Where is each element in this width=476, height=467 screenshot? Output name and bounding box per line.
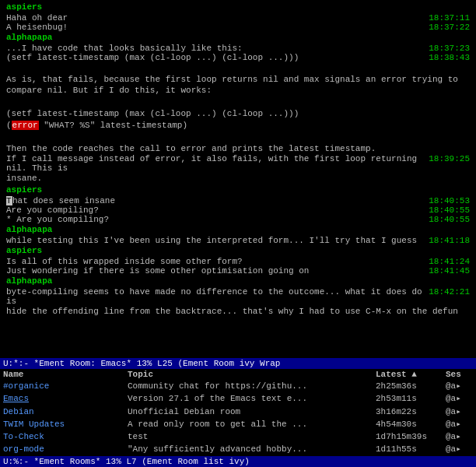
message-text: Just wondering if there is some other op…: [6, 266, 425, 276]
blank-line: [6, 97, 470, 108]
timestamp: 18:42:21: [429, 287, 470, 297]
room-ses: @a▸: [446, 406, 473, 417]
cursor: T: [6, 196, 12, 205]
chat-line: * Are you compiling? 18:40:55: [6, 215, 470, 224]
timestamp: 18:37:23: [429, 44, 470, 53]
room-topic: Version 27.1 of the Emacs text e...: [128, 393, 376, 404]
message-text: Haha oh dear: [6, 13, 425, 23]
message-block-4: alphapapa while testing this I've been u…: [3, 224, 473, 245]
message-block-1: aspiers Haha oh dear 18:37:11 A heisenbu…: [3, 2, 473, 32]
chat-line: A heisenbug! 18:37:22: [6, 23, 470, 32]
room-topic: A read only room to get all the ...: [128, 419, 376, 430]
col-header-ses: Ses: [446, 370, 473, 379]
rooms-header: Name Topic Latest ▲ Ses: [0, 369, 476, 380]
message-block-3: aspiers That does seem insane 18:40:53 A…: [3, 184, 473, 224]
chat-area: aspiers Haha oh dear 18:37:11 A heisenbu…: [0, 0, 476, 358]
narrative-block-1: As is, that fails, because the first loo…: [3, 62, 473, 185]
room-ses: @a▸: [446, 444, 473, 455]
chat-line: ...I have code that looks basically like…: [6, 44, 470, 53]
chat-line: while testing this I've been using the i…: [6, 236, 470, 245]
username-line: aspiers: [6, 2, 470, 13]
message-block-6: alphapapa byte-compiling seems to have m…: [3, 276, 473, 318]
message-text: Are you compiling?: [6, 205, 425, 215]
chat-line: That does seem insane 18:40:53: [6, 196, 470, 205]
timestamp: 18:41:45: [429, 266, 470, 276]
room-ses: @a▸: [446, 431, 473, 442]
chat-line: Just wondering if there is some other op…: [6, 266, 470, 276]
blank-line: [6, 62, 470, 74]
room-topic: Community chat for https://githu...: [128, 381, 376, 392]
room-row: #organice Community chat for https://git…: [0, 380, 476, 392]
chat-line: If I call message instead of error, it a…: [6, 154, 470, 173]
message-text: ...I have code that looks basically like…: [6, 44, 425, 53]
room-topic: Unofficial Debian room: [128, 406, 376, 417]
room-latest: 2h53m11s: [376, 393, 446, 404]
blank-line: [6, 132, 470, 143]
room-row: To-Check test 1d7h15m39s @a▸: [0, 430, 476, 443]
message-text: byte-compiling seems to have made no dif…: [6, 287, 425, 306]
code-text: (setf latest-timestamp (max (cl-loop ...…: [6, 108, 470, 120]
room-latest: 4h54m30s: [376, 419, 446, 430]
room-name[interactable]: Debian: [3, 406, 128, 417]
timestamp: 18:41:18: [429, 236, 470, 245]
message-text: insane.: [6, 173, 470, 184]
mode-line-chat: U:*:- *Ement Room: Emacs* 13% L25 (Ement…: [0, 358, 476, 369]
room-latest: 3h16m22s: [376, 406, 446, 417]
username-aspiers: aspiers: [6, 246, 42, 255]
message-text: while testing this I've been using the i…: [6, 236, 425, 245]
rooms-area: Name Topic Latest ▲ Ses #organice Commun…: [0, 369, 476, 456]
col-header-name: Name: [3, 370, 128, 379]
timestamp: 18:39:25: [429, 154, 470, 163]
mode-line-rooms-text: U:%:- *Ement Rooms* 13% L7 (Ement Room l…: [3, 457, 250, 466]
room-row: Debian Unofficial Debian room 3h16m22s @…: [0, 406, 476, 418]
message-text: A heisenbug!: [6, 23, 425, 32]
message-text: * Are you compiling?: [6, 215, 425, 224]
room-name[interactable]: To-Check: [3, 431, 128, 442]
message-block-5: aspiers Is all of this wrapped inside so…: [3, 245, 473, 276]
room-row: Emacs Version 27.1 of the Emacs text e..…: [0, 392, 476, 405]
message-text: If I call message instead of error, it a…: [6, 154, 425, 173]
col-header-latest: Latest ▲: [376, 370, 446, 379]
timestamp: 18:40:53: [429, 196, 470, 205]
username-line: alphapapa: [6, 224, 470, 236]
mode-line-rooms: U:%:- *Ement Rooms* 13% L7 (Ement Room l…: [0, 456, 476, 467]
chat-line: byte-compiling seems to have made no dif…: [6, 287, 470, 306]
chat-line: Is all of this wrapped inside some other…: [6, 257, 470, 266]
message-block-2: alphapapa ...I have code that looks basi…: [3, 32, 473, 62]
room-name[interactable]: Emacs: [3, 393, 128, 404]
message-text: compare nil. But if I do this, it works:: [6, 85, 470, 97]
room-latest: 1d7h15m39s: [376, 431, 446, 442]
username-line: alphapapa: [6, 32, 470, 44]
timestamp: 18:37:11: [429, 13, 470, 23]
room-name[interactable]: #organice: [3, 381, 128, 392]
message-text: Is all of this wrapped inside some other…: [6, 257, 425, 266]
room-row: TWIM Updates A read only room to get all…: [0, 418, 476, 430]
room-name[interactable]: org-mode: [3, 444, 128, 455]
room-ses: @a▸: [446, 393, 473, 404]
message-text: hide the offending line from the backtra…: [6, 306, 470, 318]
timestamp: 18:38:43: [429, 53, 470, 62]
mode-line-chat-text: U:*:- *Ement Room: Emacs* 13% L25 (Ement…: [3, 359, 280, 368]
timestamp: 18:37:22: [429, 23, 470, 32]
room-name[interactable]: TWIM Updates: [3, 419, 128, 430]
username-alphapapa: alphapapa: [6, 33, 52, 42]
col-header-topic: Topic: [128, 370, 376, 379]
room-ses: @a▸: [446, 381, 473, 392]
username-alphapapa: alphapapa: [6, 225, 52, 234]
username-line: aspiers: [6, 184, 470, 196]
chat-line: Are you compiling? 18:40:55: [6, 205, 470, 215]
code-text-error: (error "WHAT? %S" latest-timestamp): [6, 120, 470, 132]
username-line: aspiers: [6, 245, 470, 257]
timestamp: 18:41:24: [429, 257, 470, 266]
room-topic: "Any sufficiently advanced hobby...: [128, 444, 376, 455]
room-latest: 2h25m36s: [376, 381, 446, 392]
message-text: As is, that fails, because the first loo…: [6, 74, 470, 86]
message-text: That does seem insane: [6, 196, 425, 205]
username-line: alphapapa: [6, 276, 470, 287]
chat-line: Haha oh dear 18:37:11: [6, 13, 470, 23]
timestamp: 18:40:55: [429, 205, 470, 215]
username-alphapapa: alphapapa: [6, 276, 52, 286]
username-aspiers: aspiers: [6, 2, 42, 12]
room-ses: @a▸: [446, 419, 473, 430]
message-text: Then the code reaches the call to error …: [6, 143, 470, 155]
